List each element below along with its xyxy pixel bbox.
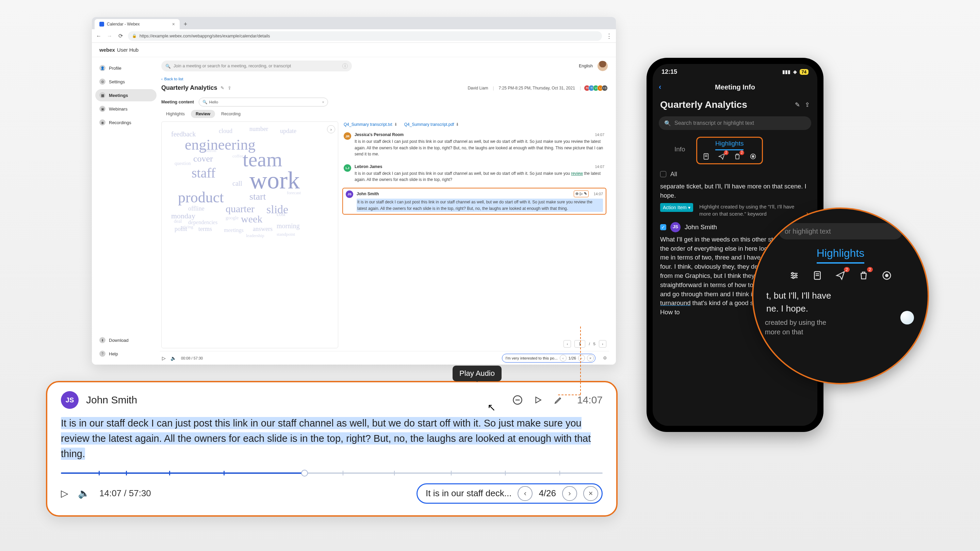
- wordcloud-word[interactable]: quarter: [226, 204, 255, 214]
- user-avatar[interactable]: [598, 61, 608, 71]
- checkbox-all[interactable]: [660, 171, 666, 177]
- wordcloud-word[interactable]: standpoint: [277, 232, 295, 237]
- sidebar-item-settings[interactable]: ⚙Settings: [95, 76, 156, 88]
- trash-icon[interactable]: 2: [733, 152, 741, 160]
- pill-prev[interactable]: ‹: [560, 355, 566, 362]
- language-selector[interactable]: English: [579, 64, 593, 68]
- nav-back-icon[interactable]: ←: [95, 33, 102, 39]
- back-icon[interactable]: ‹: [659, 83, 661, 92]
- clear-icon[interactable]: ×: [322, 100, 324, 104]
- wordcloud-word[interactable]: google: [226, 216, 239, 221]
- tab-recording[interactable]: Recording: [216, 110, 245, 118]
- edit-icon[interactable]: ✎: [795, 101, 800, 108]
- sidebar-item-webinars[interactable]: ▣Webinars: [95, 103, 156, 115]
- progress-slider[interactable]: [61, 469, 603, 477]
- action-item-chip[interactable]: Action Item ▾: [660, 203, 693, 212]
- record-icon[interactable]: [749, 152, 757, 160]
- sidebar-item-help[interactable]: ?Help: [95, 348, 156, 360]
- trash-icon[interactable]: 2: [858, 270, 869, 281]
- wordcloud-word[interactable]: work: [250, 168, 300, 192]
- notes-icon[interactable]: [811, 270, 823, 281]
- player-settings-icon[interactable]: ⚙: [603, 356, 607, 360]
- sidebar-item-profile[interactable]: 👤Profile: [95, 62, 156, 74]
- checkbox-speaker[interactable]: [660, 224, 666, 230]
- pill-close[interactable]: ×: [587, 355, 594, 362]
- notes-icon[interactable]: [702, 152, 710, 160]
- wordcloud[interactable]: workteamengineeringproductstaffslidequar…: [164, 124, 335, 345]
- tab-highlights[interactable]: Highlights: [161, 110, 189, 118]
- wordcloud-word[interactable]: deal: [174, 219, 182, 224]
- wordcloud-word[interactable]: number: [250, 126, 268, 132]
- tab-highlights[interactable]: Highlights: [715, 140, 743, 150]
- send-icon[interactable]: 2: [718, 152, 726, 160]
- wordcloud-word[interactable]: cloud: [219, 128, 232, 134]
- pager-next[interactable]: ›: [599, 340, 606, 348]
- slider-thumb[interactable]: [301, 470, 308, 476]
- wordcloud-word[interactable]: cost: [277, 211, 285, 217]
- edit-icon[interactable]: ✎: [584, 192, 587, 196]
- wordcloud-word[interactable]: offline: [188, 205, 205, 211]
- sidebar-item-download[interactable]: ⬇Download: [95, 334, 156, 346]
- address-input[interactable]: 🔒 https://example.webex.com/webappng/sit…: [128, 31, 602, 41]
- sidebar-item-meetings[interactable]: ▦Meetings: [95, 89, 156, 102]
- download-pdf[interactable]: Q4_Summary transcript.pdf ⬇: [404, 122, 460, 127]
- wordcloud-word[interactable]: product: [178, 190, 224, 205]
- tab-review[interactable]: Review: [191, 110, 215, 118]
- wordcloud-word[interactable]: update: [280, 128, 296, 134]
- transcript-scroll[interactable]: JRJessica's Personal Room14:07It is in o…: [342, 130, 608, 338]
- wordcloud-word[interactable]: coffee: [232, 154, 243, 158]
- nav-reload-icon[interactable]: ⟳: [117, 33, 124, 39]
- tab-info[interactable]: Info: [672, 143, 687, 158]
- wordcloud-word[interactable]: forecast: [287, 191, 301, 195]
- pill-next[interactable]: ›: [578, 355, 585, 362]
- lens-search[interactable]: or highlight text: [778, 223, 902, 240]
- edit-icon[interactable]: [553, 394, 564, 406]
- wordcloud-word[interactable]: pricing: [181, 224, 193, 229]
- volume-icon[interactable]: 🔈: [170, 356, 176, 361]
- wordcloud-word[interactable]: week: [241, 214, 262, 224]
- transcript-entry[interactable]: JSJohn Smith⊖▷✎14:07It is in our staff d…: [342, 188, 606, 214]
- share-icon[interactable]: ⇪: [228, 86, 231, 91]
- global-search[interactable]: 🔍 Join a meeting or search for a meeting…: [161, 60, 352, 71]
- pager-prev[interactable]: ‹: [563, 340, 571, 348]
- content-search[interactable]: 🔍 Hello ×: [199, 98, 328, 106]
- wordcloud-word[interactable]: call: [232, 180, 242, 187]
- wordcloud-word[interactable]: cover: [193, 154, 213, 163]
- wordcloud-word[interactable]: leadership: [246, 233, 264, 238]
- wordcloud-word[interactable]: question: [175, 161, 191, 166]
- play-audio-icon[interactable]: [532, 394, 544, 406]
- volume-icon[interactable]: 🔈: [78, 488, 90, 499]
- send-icon[interactable]: 2: [835, 270, 846, 281]
- nav-forward-icon[interactable]: →: [106, 33, 113, 39]
- wordcloud-word[interactable]: morning: [277, 222, 300, 229]
- info-icon[interactable]: i: [342, 63, 348, 69]
- minus-icon[interactable]: ⊖: [576, 192, 579, 196]
- edit-icon[interactable]: ✎: [221, 86, 224, 91]
- wordcloud-word[interactable]: feedback: [171, 130, 196, 137]
- browser-menu-icon[interactable]: ⋮: [606, 32, 612, 40]
- wordcloud-word[interactable]: meetings: [224, 227, 243, 233]
- pill-prev[interactable]: ‹: [517, 486, 533, 501]
- wordcloud-word[interactable]: engineering: [185, 137, 256, 152]
- close-tab-icon[interactable]: ×: [172, 21, 175, 27]
- wordcloud-word[interactable]: start: [250, 192, 266, 202]
- play-icon[interactable]: ▷: [580, 192, 582, 196]
- minus-circle-icon[interactable]: [512, 394, 523, 406]
- wordcloud-word[interactable]: terms: [198, 226, 212, 232]
- new-tab-button[interactable]: +: [181, 20, 190, 29]
- phone-search[interactable]: 🔍 Search transcript or highlight text: [659, 116, 811, 130]
- record-icon[interactable]: [881, 270, 892, 281]
- wordcloud-word[interactable]: positron: [202, 148, 216, 153]
- wordcloud-word[interactable]: staff: [192, 166, 215, 180]
- download-txt[interactable]: Q4_Summary transcript.txt ⬇: [344, 122, 398, 127]
- pill-close[interactable]: ×: [583, 486, 598, 501]
- share-icon[interactable]: ⇪: [805, 101, 810, 108]
- play-icon[interactable]: ▷: [162, 356, 166, 361]
- wordcloud-word[interactable]: answers: [253, 226, 272, 232]
- transcript-entry[interactable]: LJLebron James14:07It is in our staff de…: [342, 162, 606, 188]
- filter-icon[interactable]: [788, 270, 800, 281]
- pill-next[interactable]: ›: [562, 486, 577, 501]
- sidebar-item-recordings[interactable]: ◉Recordings: [95, 116, 156, 129]
- play-icon[interactable]: ▷: [61, 488, 68, 499]
- transcript-entry[interactable]: JRJessica's Personal Room14:07It is in o…: [342, 130, 606, 162]
